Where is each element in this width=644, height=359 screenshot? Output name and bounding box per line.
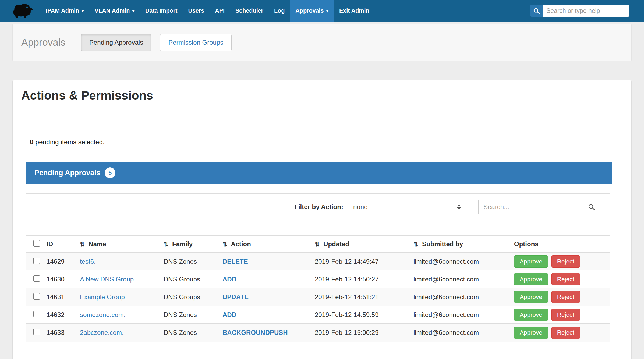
cell-submitted-by: limited@6connect.com <box>413 329 514 336</box>
table-search-group <box>478 199 601 215</box>
cell-id: 14631 <box>47 293 80 301</box>
chevron-down-icon: ▾ <box>132 9 135 13</box>
cell-family: DNS Groups <box>164 276 222 283</box>
col-header-family[interactable]: ⇅ Family <box>164 240 222 248</box>
cell-name-link[interactable]: somezone.com. <box>80 311 125 318</box>
cell-action-link[interactable]: BACKGROUNDPUSH <box>222 329 288 336</box>
nav-label: Scheduler <box>235 8 263 14</box>
table-row: 14631 Example Group DNS Groups UPDATE 20… <box>26 288 610 306</box>
table-header-row: ID ⇅ Name ⇅ Family ⇅ Action ⇅ Updated <box>26 235 610 253</box>
cell-submitted-by: limited@6connect.com <box>413 311 514 319</box>
col-header-action[interactable]: ⇅ Action <box>222 240 315 248</box>
sort-icon: ⇅ <box>80 241 85 248</box>
cell-submitted-by: limited@6connect.com <box>413 258 514 265</box>
approve-button[interactable]: Approve <box>514 309 548 321</box>
row-checkbox[interactable] <box>33 293 40 300</box>
global-search-input[interactable] <box>543 5 629 17</box>
nav-item-api[interactable]: API <box>210 0 230 22</box>
table-search-input[interactable] <box>478 199 582 215</box>
approve-button[interactable]: Approve <box>514 273 548 285</box>
nav-item-scheduler[interactable]: Scheduler <box>230 0 269 22</box>
nav-item-log[interactable]: Log <box>269 0 290 22</box>
nav-label: Data Import <box>145 8 177 14</box>
nav-label: VLAN Admin <box>95 8 130 14</box>
page-title: Actions & Permissions <box>21 89 153 103</box>
table-row: 14633 2abczone.com. DNS Zones BACKGROUND… <box>26 324 610 342</box>
col-header-submitted-by[interactable]: ⇅ Submitted by <box>413 240 514 248</box>
approve-button[interactable]: Approve <box>514 291 548 303</box>
search-icon <box>533 7 540 15</box>
table-row: 14629 test6. DNS Zones DELETE 2019-Feb-1… <box>26 253 610 270</box>
row-checkbox[interactable] <box>33 258 40 264</box>
row-checkbox[interactable] <box>33 275 40 282</box>
table-search-button[interactable] <box>582 199 601 215</box>
section-title: Approvals <box>21 37 81 48</box>
reject-button[interactable]: Reject <box>551 255 580 268</box>
count-badge: 5 <box>105 167 115 178</box>
cell-submitted-by: limited@6connect.com <box>413 293 514 301</box>
reject-button[interactable]: Reject <box>551 273 580 285</box>
cell-name-link[interactable]: 2abczone.com. <box>80 329 124 336</box>
cell-name-link[interactable]: Example Group <box>80 293 125 301</box>
col-header-options: Options <box>514 240 610 248</box>
cell-submitted-by: limited@6connect.com <box>413 276 514 283</box>
table-row: 14630 A New DNS Group DNS Groups ADD 201… <box>26 270 610 288</box>
chevron-down-icon: ▾ <box>82 9 84 13</box>
cell-name-link[interactable]: test6. <box>80 258 96 265</box>
nav-item-exit-admin[interactable]: Exit Admin <box>334 0 375 22</box>
page-subheader: Approvals Pending Approvals Permission G… <box>12 24 632 61</box>
filter-by-action-label: Filter by Action: <box>294 203 343 211</box>
nav-label: Log <box>274 8 285 14</box>
rhino-logo-icon[interactable] <box>11 2 34 19</box>
navbar-search <box>530 5 629 17</box>
pending-approvals-header: Pending Approvals 5 <box>26 162 612 184</box>
cell-action-link[interactable]: DELETE <box>222 258 248 265</box>
cell-family: DNS Zones <box>164 329 222 336</box>
cell-action-link[interactable]: ADD <box>222 276 236 283</box>
approve-button[interactable]: Approve <box>514 255 548 268</box>
row-checkbox[interactable] <box>33 329 40 335</box>
select-updown-icon <box>457 204 461 210</box>
reject-button[interactable]: Reject <box>551 327 580 339</box>
cell-family: DNS Zones <box>164 311 222 319</box>
approvals-table-panel: Filter by Action: none <box>26 193 610 342</box>
cell-id: 14633 <box>47 329 80 336</box>
cell-id: 14632 <box>47 311 80 319</box>
cell-id: 14630 <box>47 276 80 283</box>
cell-updated: 2019-Feb-12 14:59:59 <box>315 311 413 319</box>
row-checkbox[interactable] <box>33 311 40 317</box>
action-filter-select[interactable]: none <box>349 199 465 215</box>
tab-permission-groups[interactable]: Permission Groups <box>160 34 232 51</box>
cell-name-link[interactable]: A New DNS Group <box>80 276 134 283</box>
nav-item-approvals[interactable]: Approvals ▾ <box>290 0 334 22</box>
cell-updated: 2019-Feb-12 14:49:47 <box>315 258 413 265</box>
nav-label: Exit Admin <box>339 8 369 14</box>
selected-text: pending items selected. <box>35 138 104 146</box>
nav-menu: IPAM Admin ▾ VLAN Admin ▾ Data Import Us… <box>40 0 375 22</box>
nav-item-vlan-admin[interactable]: VLAN Admin ▾ <box>89 0 140 22</box>
nav-label: API <box>215 8 225 14</box>
col-header-id: ID <box>47 240 80 248</box>
sort-icon: ⇅ <box>413 241 418 248</box>
search-button[interactable] <box>530 5 543 17</box>
reject-button[interactable]: Reject <box>551 291 580 303</box>
select-all-cell <box>26 240 47 248</box>
nav-item-ipam-admin[interactable]: IPAM Admin ▾ <box>40 0 89 22</box>
select-all-checkbox[interactable] <box>33 240 40 247</box>
nav-item-data-import[interactable]: Data Import <box>140 0 183 22</box>
cell-action-link[interactable]: UPDATE <box>222 293 249 301</box>
search-icon <box>588 203 595 211</box>
sort-icon: ⇅ <box>315 241 320 248</box>
col-header-name[interactable]: ⇅ Name <box>80 240 164 248</box>
cell-action-link[interactable]: ADD <box>222 311 236 318</box>
col-header-updated[interactable]: ⇅ Updated <box>315 240 413 248</box>
reject-button[interactable]: Reject <box>551 309 580 321</box>
tab-pending-approvals[interactable]: Pending Approvals <box>81 34 151 51</box>
approve-button[interactable]: Approve <box>514 327 548 339</box>
main-content-panel: Actions & Permissions 0 pending items se… <box>12 80 632 359</box>
cell-updated: 2019-Feb-12 14:51:21 <box>315 293 413 301</box>
cell-updated: 2019-Feb-12 14:50:27 <box>315 276 413 283</box>
nav-item-users[interactable]: Users <box>183 0 210 22</box>
chevron-down-icon: ▾ <box>326 9 328 13</box>
cell-id: 14629 <box>47 258 80 265</box>
